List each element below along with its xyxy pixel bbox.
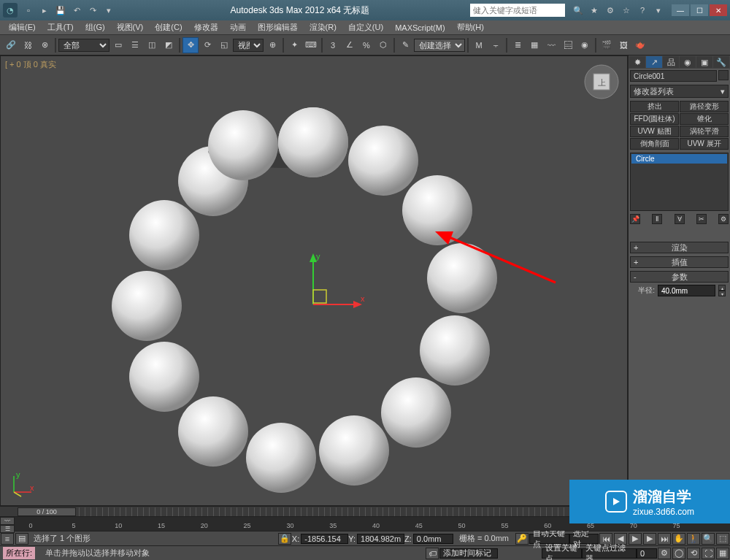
angle-snap-icon[interactable]: ∠: [342, 37, 358, 53]
menu-animation[interactable]: 动画: [224, 20, 252, 34]
goto-end-icon[interactable]: ⏭: [658, 533, 671, 545]
material-editor-icon[interactable]: ◉: [577, 37, 593, 53]
zoom-icon[interactable]: 🔍: [702, 533, 715, 545]
coord-z-field[interactable]: 0.0mm: [413, 534, 453, 544]
remove-modifier-icon[interactable]: ✂: [696, 214, 707, 224]
motion-tab-icon[interactable]: ◉: [680, 56, 696, 68]
link-icon[interactable]: 🔗: [3, 37, 19, 53]
menu-edit[interactable]: 编辑(E): [3, 20, 42, 34]
window-crossing-icon[interactable]: ◩: [161, 37, 177, 53]
maximize-viewport-icon[interactable]: ⛶: [702, 548, 715, 559]
current-frame-field[interactable]: 0: [637, 548, 657, 559]
make-unique-icon[interactable]: ∀: [675, 214, 685, 224]
time-config-icon[interactable]: ⚙: [658, 548, 671, 559]
radius-spinner[interactable]: 40.0mm: [658, 285, 715, 296]
stack-item-circle[interactable]: Circle: [631, 154, 727, 164]
save-icon[interactable]: 💾: [54, 4, 67, 17]
qat-dropdown-icon[interactable]: ▾: [102, 4, 115, 17]
redo-icon[interactable]: ↷: [86, 4, 99, 17]
add-time-tag-button[interactable]: 添加时间标记: [439, 548, 498, 559]
render-setup-icon[interactable]: 🎬: [599, 37, 615, 53]
rendered-frame-icon[interactable]: 🖼: [615, 37, 631, 53]
percent-snap-icon[interactable]: %: [358, 37, 374, 53]
pan-icon[interactable]: ✋: [672, 533, 685, 545]
subscription-icon[interactable]: ★: [588, 4, 600, 16]
infocenter-search-icon[interactable]: 🔍: [572, 4, 584, 16]
coord-x-field[interactable]: -1856.154: [301, 534, 348, 544]
mod-uvwunwrap-button[interactable]: UVW 展开: [680, 138, 729, 150]
setkey-button[interactable]: 设置关键点: [542, 548, 582, 559]
menu-customize[interactable]: 自定义(U): [342, 20, 389, 34]
align-icon[interactable]: ⫟: [488, 37, 504, 53]
open-mini-curve-icon[interactable]: 〰: [0, 517, 15, 525]
ref-coord-dropdown[interactable]: 视图: [233, 39, 264, 52]
help-search-input[interactable]: [470, 4, 565, 17]
hierarchy-tab-icon[interactable]: 品: [663, 56, 679, 68]
select-move-icon[interactable]: ✥: [182, 37, 199, 53]
menu-views[interactable]: 视图(V): [111, 20, 150, 34]
mod-uvwmap-button[interactable]: UVW 贴图: [630, 126, 679, 137]
mod-extrude-button[interactable]: 挤出: [630, 101, 679, 112]
pin-stack-icon[interactable]: 📌: [630, 214, 640, 224]
app-logo-icon[interactable]: ◔: [3, 3, 18, 18]
select-scale-icon[interactable]: ◱: [216, 37, 232, 53]
keyboard-shortcut-icon[interactable]: ⌨: [303, 37, 319, 53]
exchange-icon[interactable]: ⚙: [604, 4, 616, 16]
select-by-name-icon[interactable]: ☰: [127, 37, 143, 53]
maximize-button[interactable]: ☐: [691, 4, 708, 16]
mirror-icon[interactable]: M: [471, 37, 487, 53]
render-icon[interactable]: 🫖: [632, 37, 648, 53]
schematic-icon[interactable]: ⿳: [560, 37, 576, 53]
keyfilter-button[interactable]: 关键点过滤器...: [582, 548, 637, 559]
display-tab-icon[interactable]: ▣: [696, 56, 712, 68]
coord-y-field[interactable]: 1804.982m: [357, 534, 404, 544]
next-frame-icon[interactable]: ▶: [643, 533, 656, 545]
mod-ffdcyl-button[interactable]: FFD(圆柱体): [630, 113, 679, 125]
menu-help[interactable]: 帮助(H): [451, 20, 490, 34]
curve-editor-icon[interactable]: 〰: [543, 37, 559, 53]
select-rotate-icon[interactable]: ⟳: [199, 37, 215, 53]
modifier-stack[interactable]: Circle: [630, 153, 729, 211]
menu-tools[interactable]: 工具(T): [42, 20, 80, 34]
configure-sets-icon[interactable]: ⚙: [718, 214, 729, 224]
orbit-icon[interactable]: ◯: [672, 548, 685, 559]
bind-icon[interactable]: ⊗: [36, 37, 53, 53]
open-icon[interactable]: ▸: [38, 4, 51, 17]
menu-rendering[interactable]: 渲染(R): [304, 20, 342, 34]
menu-modifiers[interactable]: 修改器: [188, 20, 224, 34]
viewcube[interactable]: 上: [583, 64, 620, 100]
utilities-tab-icon[interactable]: 🔧: [713, 56, 729, 68]
new-icon[interactable]: ▫: [22, 4, 35, 17]
trackbar-config-icon[interactable]: ☰: [0, 525, 15, 533]
viewport[interactable]: [ + 0 顶 0 真实: [0, 55, 628, 506]
selection-region-icon[interactable]: ◫: [144, 37, 160, 53]
select-object-icon[interactable]: ▭: [110, 37, 126, 53]
menu-group[interactable]: 组(G): [80, 20, 111, 34]
mod-taper-button[interactable]: 锥化: [680, 113, 729, 125]
fov-icon[interactable]: ⬚: [716, 533, 729, 545]
time-tag-icon[interactable]: 🏷: [426, 548, 439, 559]
zoom-extents-icon[interactable]: ▦: [716, 548, 729, 559]
menu-create[interactable]: 创建(C): [149, 20, 188, 34]
close-button[interactable]: ✕: [710, 4, 727, 16]
mod-pathdeform-button[interactable]: 路径变形: [680, 101, 729, 112]
rollout-interpolation-header[interactable]: +插值: [630, 256, 729, 268]
use-center-icon[interactable]: ⊕: [264, 37, 280, 53]
lock-selection-icon[interactable]: 🔒: [278, 533, 291, 545]
favorites-icon[interactable]: ☆: [620, 4, 632, 16]
menu-maxscript[interactable]: MAXScript(M): [389, 22, 450, 34]
rollout-params-header[interactable]: -参数: [630, 271, 729, 283]
snap-toggle-icon[interactable]: 3: [325, 37, 341, 53]
unlink-icon[interactable]: ⛓: [20, 37, 36, 53]
time-slider[interactable]: 0 / 100: [18, 507, 76, 516]
maxscript-mini-icon[interactable]: ≡: [1, 533, 14, 545]
menu-graph-editors[interactable]: 图形编辑器: [252, 20, 304, 34]
mod-turbosmooth-button[interactable]: 涡轮平滑: [680, 126, 729, 137]
arc-rotate-icon[interactable]: ⟲: [687, 548, 700, 559]
named-selection-dropdown[interactable]: 创建选择集: [414, 39, 465, 52]
object-name-field[interactable]: Circle001: [630, 70, 717, 82]
graphite-icon[interactable]: ▦: [526, 37, 542, 53]
create-tab-icon[interactable]: ✸: [629, 56, 645, 68]
spinner-snap-icon[interactable]: ⬡: [375, 37, 391, 53]
edit-named-sel-icon[interactable]: ✎: [397, 37, 413, 53]
